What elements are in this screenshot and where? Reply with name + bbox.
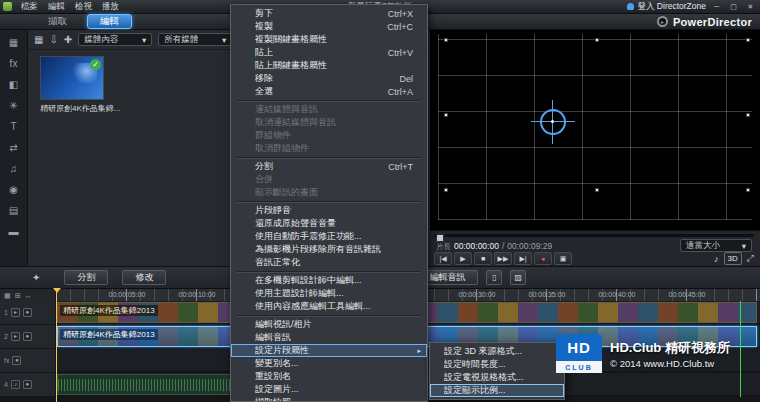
chevron-down-icon: ▾ [142, 35, 146, 45]
stop-button[interactable]: ■ [474, 252, 492, 265]
submenu-item[interactable]: 設定時間長度... [430, 358, 564, 371]
fast-forward-button[interactable]: ▶▶ [494, 252, 512, 265]
record-button[interactable]: ● [534, 252, 552, 265]
effect-room-icon[interactable]: fx [2, 53, 26, 74]
context-menu-item[interactable]: 分割 Ctrl+T ▸ [231, 160, 427, 173]
playhead-marker-icon[interactable] [53, 288, 61, 293]
context-menu-item[interactable]: 顯示斷訊的畫面 ▸ [231, 186, 427, 199]
download-media-icon[interactable]: ⇩ [49, 34, 57, 45]
context-menu-item[interactable]: 複製 Ctrl+C ▸ [231, 20, 427, 33]
voice-recording-room-icon[interactable]: ◉ [2, 179, 26, 200]
context-menu-item[interactable]: 為攝影機片段移除所有音訊雜訊 ▸ [231, 243, 427, 256]
lock-icon[interactable]: ● [23, 308, 32, 317]
media-room-icon[interactable]: ▦ [2, 32, 26, 53]
content-filter-select[interactable]: 媒體內容▾ [78, 33, 152, 46]
context-menu-item[interactable]: 擷取快照... ▸ [231, 396, 427, 402]
selection-handle[interactable] [746, 113, 750, 117]
magic-tools-icon[interactable]: ✦ [32, 272, 40, 283]
volume-icon[interactable]: ♪ [714, 254, 719, 264]
step-back-button[interactable]: |◀ [434, 252, 452, 265]
media-thumbnail-cell[interactable]: ✓ 精研原創4K作品集錦... [40, 56, 132, 114]
maximize-button[interactable]: ▢ [727, 2, 740, 12]
context-menu-item[interactable]: 取消連結媒體與音訊 ▸ [231, 116, 427, 129]
video-thumbnail[interactable]: ✓ [40, 56, 104, 100]
context-menu-item[interactable]: 取消群組物件 ▸ [231, 142, 427, 155]
selection-handle[interactable] [595, 38, 599, 42]
submenu-item[interactable]: 設定電視規格格式... [430, 371, 564, 384]
title-room-icon[interactable]: T [2, 116, 26, 137]
selection-handle[interactable] [444, 113, 448, 117]
context-menu-item[interactable]: 合併 ▸ [231, 173, 427, 186]
selection-handle[interactable] [444, 188, 448, 192]
transition-room-icon[interactable]: ⇄ [2, 137, 26, 158]
context-menu-item[interactable]: 連結媒體與音訊 ▸ [231, 103, 427, 116]
split-button[interactable]: 分割 [64, 270, 108, 285]
context-menu-item[interactable]: 複製關鍵畫格屬性 ▸ [231, 33, 427, 46]
powerdirector-window: 檔案編輯檢視播放 新星玩享3無敵版 登入 DirectorZone ─ ▢ ✕ … [0, 0, 760, 402]
menu-separator [237, 201, 421, 203]
step-forward-button[interactable]: ▶| [514, 252, 532, 265]
context-menu-item[interactable]: 在多機剪輯設計師中編輯... ▸ [231, 274, 427, 287]
close-button[interactable]: ✕ [744, 2, 757, 12]
brand-area: ▸ PowerDirector [657, 16, 760, 28]
video-track-icon[interactable]: ▸ [11, 308, 20, 317]
lock-icon[interactable]: ● [23, 332, 32, 341]
snapshot-button[interactable]: ▣ [554, 252, 572, 265]
context-menu-item[interactable]: 音訊正常化 ▸ [231, 256, 427, 269]
library-view-icon[interactable]: ▦ [34, 34, 43, 45]
particle-room-icon[interactable]: ✳ [2, 95, 26, 116]
track-manager-icon[interactable]: ▨ [510, 270, 526, 285]
menubar-item[interactable]: 檢視 [70, 1, 97, 13]
minimize-button[interactable]: ─ [710, 2, 723, 12]
context-menu-item[interactable]: 貼上 Ctrl+V ▸ [231, 46, 427, 59]
media-filter-select[interactable]: 所有媒體▾ [158, 33, 232, 46]
context-menu-item[interactable]: 編輯視訊/相片 ▸ [231, 318, 427, 331]
tab-edit[interactable]: 編輯 [87, 14, 132, 29]
selection-handle[interactable] [746, 188, 750, 192]
context-menu-item[interactable]: 設定片段屬性 ▸ [231, 344, 427, 357]
chapter-room-icon[interactable]: ▤ [2, 200, 26, 221]
login-directorzone-link[interactable]: 登入 DirectorZone [638, 1, 707, 13]
selection-handle[interactable] [595, 188, 599, 192]
play-button[interactable]: ▶ [454, 252, 472, 265]
context-menu-item[interactable]: 編輯音訊 ▸ [231, 331, 427, 344]
context-menu-item[interactable]: 群組物件 ▸ [231, 129, 427, 142]
context-menu-item[interactable]: 重設別名 ▸ [231, 370, 427, 383]
context-menu-item[interactable]: 使用內容感應編輯工具編輯... ▸ [231, 300, 427, 313]
modify-button[interactable]: 修改 [122, 270, 166, 285]
threed-toggle-button[interactable]: 3D [724, 252, 742, 265]
context-menu-item[interactable]: 片段靜音 ▸ [231, 204, 427, 217]
context-menu-item[interactable]: 使用自動防手震修正功能... ▸ [231, 230, 427, 243]
lock-icon[interactable]: ● [12, 356, 21, 365]
import-media-icon[interactable]: ✚ [64, 34, 72, 45]
context-menu-item[interactable]: 貼上關鍵畫格屬性 ▸ [231, 59, 427, 72]
context-menu-item[interactable]: 移除 Del ▸ [231, 72, 427, 85]
overlay-room-icon[interactable]: ◧ [2, 74, 26, 95]
lock-icon[interactable]: ● [23, 380, 32, 389]
fullscreen-icon[interactable]: ⤢ [747, 253, 754, 264]
selection-handle[interactable] [444, 38, 448, 42]
submenu-item[interactable]: 設定 3D 來源格式... [430, 345, 564, 358]
remove-clip-icon[interactable]: ▯ [486, 270, 502, 285]
menubar-item[interactable]: 播放 [97, 1, 124, 13]
menubar-item[interactable]: 編輯 [43, 1, 70, 13]
context-menu-item[interactable]: 設定圖片... ▸ [231, 383, 427, 396]
total-time: 00:00:09:29 [507, 241, 552, 251]
seek-bar[interactable] [434, 234, 754, 237]
video-track-icon[interactable]: ▸ [11, 332, 20, 341]
audio-track-icon[interactable]: ♪ [11, 380, 20, 389]
context-menu-item[interactable]: 還原成原始聲音音量 ▸ [231, 217, 427, 230]
selection-handle[interactable] [746, 38, 750, 42]
audio-mixing-room-icon[interactable]: ♫ [2, 158, 26, 179]
playhead[interactable] [56, 288, 57, 402]
menubar-item[interactable]: 檔案 [16, 1, 43, 13]
submenu-item[interactable]: 設定顯示比例... [430, 384, 564, 397]
context-menu-item[interactable]: 全選 Ctrl+A ▸ [231, 85, 427, 98]
context-menu-item[interactable]: 變更別名... ▸ [231, 357, 427, 370]
context-menu-item[interactable]: 使用主題設計師編輯... ▸ [231, 287, 427, 300]
tab-capture[interactable]: 擷取 [38, 14, 77, 29]
hdclub-watermark: HD CLUB HD.Club 精研視務所 © 2014 www.HD.Club… [556, 334, 730, 373]
subtitle-room-icon[interactable]: ▬ [2, 221, 26, 242]
context-menu-item[interactable]: 剪下 Ctrl+X ▸ [231, 7, 427, 20]
preview-zoom-select[interactable]: 適當大小▾ [680, 239, 752, 252]
